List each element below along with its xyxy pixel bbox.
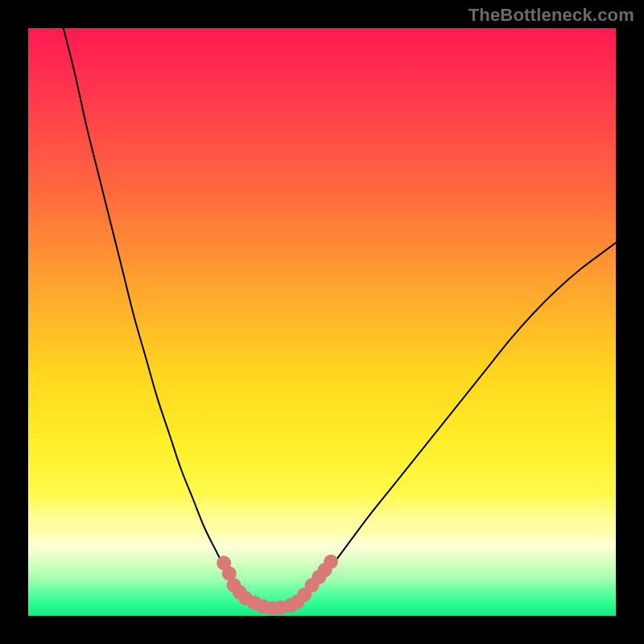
watermark-text: TheBottleneck.com: [469, 5, 634, 26]
bottleneck-curve: [64, 28, 616, 609]
marker-dot: [324, 555, 338, 569]
marker-group: [217, 555, 338, 616]
curve-layer: [28, 28, 616, 616]
plot-area: [28, 28, 616, 616]
chart-stage: TheBottleneck.com: [0, 0, 644, 644]
